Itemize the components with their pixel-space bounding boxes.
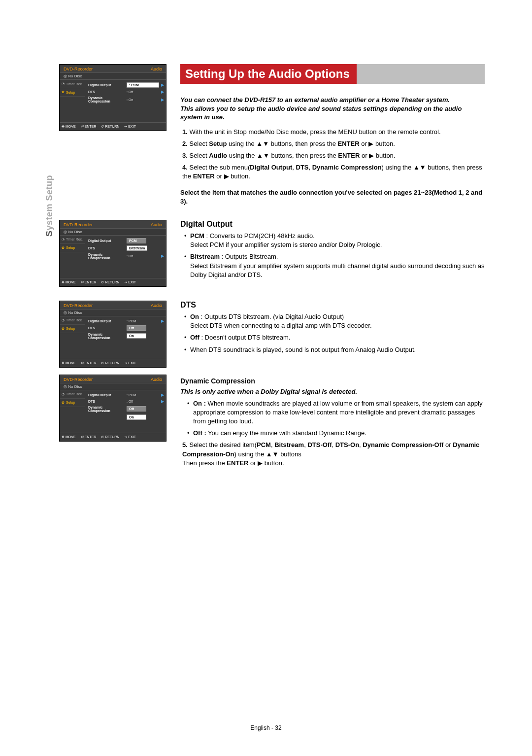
- osd-opt-dts: DTSBitstream: [86, 244, 166, 252]
- gear-icon: ✿: [61, 90, 65, 94]
- osd-screenshot-3: DVD-RecorderAudio No Disc ◔Timer Rec. ✿S…: [59, 301, 166, 368]
- osd-disc-status: No Disc: [60, 72, 166, 80]
- return-icon: ↺ RETURN: [101, 280, 119, 284]
- osd-screenshot-1: DVD-RecorderAudio No Disc ◔Timer Rec. ✿S…: [59, 64, 166, 131]
- step-5: 5. Select the desired item(PCM, Bitstrea…: [182, 441, 485, 468]
- return-icon: ↺ RETURN: [101, 435, 119, 439]
- arrow-right-icon: ▶: [161, 98, 164, 102]
- step-2: 2. Select Setup using the ▲▼ buttons, th…: [182, 139, 485, 148]
- osd-opt-digital: Digital Output: PCM▶: [86, 318, 166, 324]
- exit-icon: ⇥ EXIT: [124, 435, 136, 439]
- step-1: 1. With the unit in Stop mode/No Disc mo…: [182, 128, 485, 137]
- select-note: Select the item that matches the audio c…: [180, 188, 485, 206]
- arrow-right-icon: ▶: [161, 399, 164, 404]
- dyn-italic-note: This is only active when a Dolby Digital…: [180, 388, 485, 395]
- dyn-bullets: On : When movie soundtracks are played a…: [188, 399, 485, 438]
- osd-opt-dyn: Dynamic Compression: On▶: [86, 95, 166, 104]
- dts-bullets: On : Outputs DTS bitstream. (via Digital…: [185, 312, 485, 354]
- gear-icon: ✿: [61, 401, 65, 405]
- arrow-right-icon: ▶: [161, 254, 164, 258]
- intro-text: You can connect the DVD-R157 to an exter…: [180, 96, 485, 122]
- step-3: 3. Select Audio using the ▲▼ buttons, th…: [182, 151, 485, 160]
- exit-icon: ⇥ EXIT: [124, 361, 136, 365]
- osd-screenshot-2: DVD-RecorderAudio No Disc ◔Timer Rec. ✿S…: [59, 220, 166, 287]
- osd-nav-setup: ✿Setup: [60, 88, 85, 97]
- clock-icon: ◔: [61, 82, 65, 86]
- clock-icon: ◔: [61, 318, 65, 322]
- page-title-block: Setting Up the Audio Options: [180, 64, 485, 84]
- gear-icon: ✿: [61, 246, 65, 250]
- enter-icon: ⏎ ENTER: [81, 435, 97, 439]
- clock-icon: ◔: [61, 392, 65, 396]
- move-icon: ✥ MOVE: [62, 280, 76, 284]
- clock-icon: ◔: [61, 238, 65, 241]
- move-icon: ✥ MOVE: [62, 125, 76, 129]
- digital-output-bullets: PCM : Converts to PCM(2CH) 48kHz audio.S…: [185, 232, 485, 279]
- dts-heading: DTS: [180, 301, 485, 309]
- arrow-right-icon: ▶: [161, 83, 164, 87]
- step-4: 4. Select the sub menu(Digital Output, D…: [182, 163, 485, 181]
- move-icon: ✥ MOVE: [62, 361, 76, 365]
- osd-opt-dyn: Dynamic Compression: On▶: [86, 252, 166, 261]
- osd-opt-dyn-off: Dynamic CompressionOff: [86, 405, 166, 413]
- osd-opt-dts: DTS: Off▶: [86, 89, 166, 95]
- enter-icon: ⏎ ENTER: [81, 280, 97, 284]
- dyn-heading: Dynamic Compression: [180, 377, 485, 385]
- page-title: Setting Up the Audio Options: [180, 64, 357, 84]
- enter-icon: ⏎ ENTER: [81, 125, 97, 129]
- steps-list: 1. With the unit in Stop mode/No Disc mo…: [182, 128, 485, 181]
- osd-opt-digital: Digital Output: PCM▶: [86, 392, 166, 398]
- osd-opt-dyn-on: On: [86, 413, 166, 421]
- exit-icon: ⇥ EXIT: [124, 125, 136, 129]
- osd-nav-timer: ◔Timer Rec.: [60, 80, 85, 88]
- osd-opt-dyn: Dynamic CompressionOn: [86, 332, 166, 341]
- exit-icon: ⇥ EXIT: [124, 280, 136, 284]
- osd-section: Audio: [151, 67, 162, 71]
- return-icon: ↺ RETURN: [101, 361, 119, 365]
- enter-icon: ⏎ ENTER: [81, 361, 97, 365]
- arrow-right-icon: ▶: [161, 393, 164, 397]
- move-icon: ✥ MOVE: [62, 435, 76, 439]
- arrow-right-icon: ▶: [161, 319, 164, 323]
- osd-hint-bar: ✥ MOVE ⏎ ENTER ↺ RETURN ⇥ EXIT: [60, 122, 166, 131]
- osd-opt-digital: Digital OutputPCM: [86, 237, 166, 244]
- osd-opt-dts: DTS: Off▶: [86, 398, 166, 405]
- arrow-right-icon: ▶: [161, 90, 164, 94]
- osd-screenshot-4: DVD-RecorderAudio No Disc ◔Timer Rec. ✿S…: [59, 375, 166, 442]
- osd-opt-dts: DTSOff: [86, 324, 166, 332]
- gear-icon: ✿: [61, 327, 65, 331]
- osd-brand: DVD-Recorder: [64, 67, 93, 71]
- return-icon: ↺ RETURN: [101, 125, 119, 129]
- digital-output-heading: Digital Output: [180, 220, 485, 229]
- page-footer: English - 32: [0, 724, 532, 731]
- osd-opt-digital: Digital Output: PCM▶: [86, 81, 166, 89]
- section-tab: System Setup: [44, 175, 55, 237]
